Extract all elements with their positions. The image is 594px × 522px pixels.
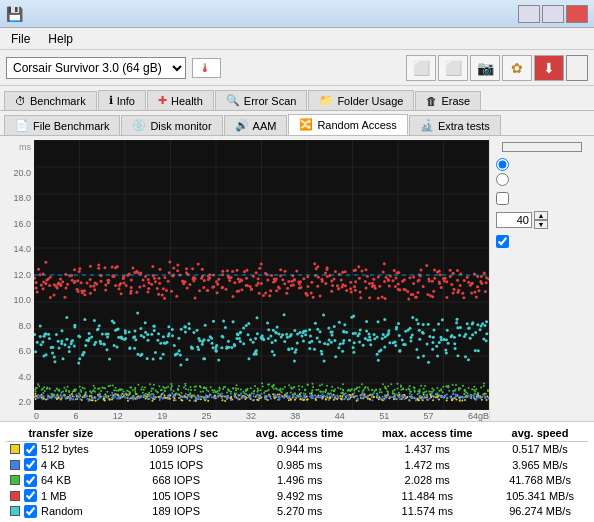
cell-max-access-2: 2.028 ms [362,473,492,489]
radio-write-input[interactable] [496,173,509,186]
col-header-transfer-size: transfer size [6,425,116,442]
toolbar-icon-5[interactable]: ⬇ [534,55,564,81]
menu-help[interactable]: Help [45,31,76,47]
tabs-row-1: ⏱Benchmark ℹInfo ✚Health 🔍Error Scan 📁Fo… [0,86,594,111]
minimize-button[interactable] [518,5,540,23]
toolbar-icons: ⬜ ⬜ 📷 ✿ ⬇ [406,55,588,81]
cell-avg-speed-1: 3.965 MB/s [492,457,588,473]
y-label-ms: ms [4,142,31,152]
x-label-51: 51 [379,411,389,421]
col-header-max-access: max. access time [362,425,492,442]
cell-avg-access-2: 1.496 ms [237,473,363,489]
tab-aam[interactable]: 🔊AAM [224,115,288,135]
chart-canvas [34,140,489,410]
x-label-6: 6 [73,411,78,421]
col-header-avg-access: avg. access time [237,425,363,442]
spin-up-button[interactable]: ▲ [534,211,548,220]
cell-ops-0: 1059 IOPS [116,441,237,457]
y-label-4: 4.0 [4,372,31,382]
close-button[interactable] [566,5,588,23]
gb-input-row: ▲ ▼ [496,211,588,229]
drive-select[interactable]: Corsair Survivor 3.0 (64 gB) [6,57,186,79]
tab-random-access-label: Random Access [317,119,396,131]
tab-error-scan[interactable]: 🔍Error Scan [215,90,308,110]
exit-button[interactable] [566,55,588,81]
cell-avg-access-4: 5.270 ms [237,504,363,520]
app-icon: 💾 [6,6,23,22]
radio-write[interactable] [496,173,588,186]
y-label-8: 8.0 [4,321,31,331]
results-table: transfer size operations / sec avg. acce… [6,425,588,520]
align-row [496,235,588,248]
tab-benchmark-label: Benchmark [30,95,86,107]
radio-read-input[interactable] [496,158,509,171]
cell-max-access-0: 1.437 ms [362,441,492,457]
toolbar-icon-3[interactable]: 📷 [470,55,500,81]
toolbar: Corsair Survivor 3.0 (64 gB) 🌡 ⬜ ⬜ 📷 ✿ ⬇ [0,50,594,86]
tab-benchmark[interactable]: ⏱Benchmark [4,91,97,110]
tab-erase[interactable]: 🗑Erase [415,91,481,110]
tabs-row-2: 📄File Benchmark 💿Disk monitor 🔊AAM 🔀Rand… [0,111,594,136]
right-panel: ▲ ▼ [489,136,594,421]
title-buttons [518,5,588,23]
cell-avg-access-0: 0.944 ms [237,441,363,457]
menu-file[interactable]: File [8,31,33,47]
cell-avg-speed-0: 0.517 MB/s [492,441,588,457]
tab-info[interactable]: ℹInfo [98,90,146,110]
cell-ops-1: 1015 IOPS [116,457,237,473]
row-checkbox-0[interactable] [24,443,37,456]
row-checkbox-3[interactable] [24,489,37,502]
short-stroke-checkbox[interactable] [496,192,509,205]
cell-ops-4: 189 IOPS [116,504,237,520]
row-checkbox-1[interactable] [24,458,37,471]
tab-random-access[interactable]: 🔀Random Access [288,114,407,135]
row-checkbox-2[interactable] [24,474,37,487]
short-stroke-row [496,192,588,205]
spin-down-button[interactable]: ▼ [534,220,548,229]
tab-health[interactable]: ✚Health [147,90,214,110]
cell-ops-3: 105 IOPS [116,488,237,504]
x-label-19: 19 [157,411,167,421]
cell-avg-access-1: 0.985 ms [237,457,363,473]
x-label-38: 38 [290,411,300,421]
tab-file-benchmark-label: File Benchmark [33,120,109,132]
menu-bar: File Help [0,28,594,50]
cell-avg-speed-2: 41.768 MB/s [492,473,588,489]
y-label-14: 14.0 [4,244,31,254]
spinner-buttons: ▲ ▼ [534,211,548,229]
data-table-area: transfer size operations / sec avg. acce… [0,421,594,523]
tab-file-benchmark[interactable]: 📄File Benchmark [4,115,120,135]
cell-avg-speed-4: 96.274 MB/s [492,504,588,520]
tab-health-label: Health [171,95,203,107]
x-label-57: 57 [424,411,434,421]
align-checkbox[interactable] [496,235,509,248]
x-label-44: 44 [335,411,345,421]
temp-display: 🌡 [192,58,221,78]
row-checkbox-4[interactable] [24,505,37,518]
cell-size-3: 1 MB [6,488,116,504]
table-row: 4 KB 1015 IOPS 0.985 ms 1.472 ms 3.965 M… [6,457,588,473]
tab-error-scan-label: Error Scan [244,95,297,107]
cell-size-0: 512 bytes [6,441,116,457]
tab-disk-monitor[interactable]: 💿Disk monitor [121,115,222,135]
y-label-6: 6.0 [4,346,31,356]
cell-avg-access-3: 9.492 ms [237,488,363,504]
toolbar-icon-2[interactable]: ⬜ [438,55,468,81]
radio-read[interactable] [496,158,588,171]
x-label-64: 64gB [468,411,489,421]
x-label-25: 25 [202,411,212,421]
tab-extra-tests-label: Extra tests [438,120,490,132]
gb-value-input[interactable] [496,212,532,228]
table-row: 64 KB 668 IOPS 1.496 ms 2.028 ms 41.768 … [6,473,588,489]
cell-size-2: 64 KB [6,473,116,489]
y-label-20: 20.0 [4,168,31,178]
col-header-ops: operations / sec [116,425,237,442]
toolbar-icon-1[interactable]: ⬜ [406,55,436,81]
cell-avg-speed-3: 105.341 MB/s [492,488,588,504]
start-button[interactable] [502,142,582,152]
tab-folder-usage[interactable]: 📁Folder Usage [308,90,414,110]
toolbar-icon-4[interactable]: ✿ [502,55,532,81]
tab-extra-tests[interactable]: 🔬Extra tests [409,115,501,135]
maximize-button[interactable] [542,5,564,23]
cell-size-4: Random [6,504,116,520]
